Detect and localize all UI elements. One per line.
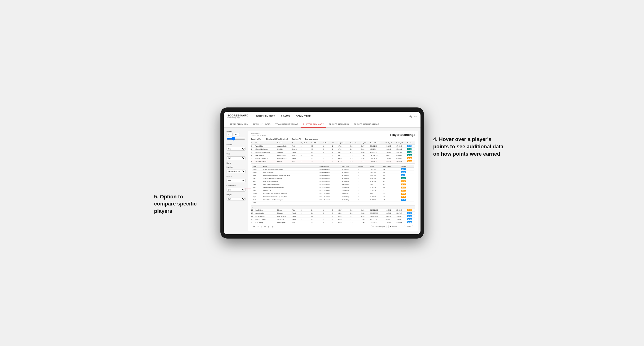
logo-area: SCOREBOARD Powered by clippi	[228, 114, 248, 119]
tooltip-points-badge[interactable]: 46.7	[401, 174, 405, 176]
points-badge[interactable]: 76.2	[407, 148, 412, 150]
watch-btn[interactable]: 👁 Watch	[388, 225, 398, 228]
th-avg-sg: Avg SG	[361, 142, 370, 145]
table-row: 24 Bastien Amat New Mexico Fourth 1 27 2…	[251, 215, 415, 218]
tooltip-points-badge[interactable]: 25.98	[401, 193, 406, 195]
tooltip-th-w-points: W Points	[400, 165, 414, 168]
tooltip-th-status: Status	[370, 165, 383, 168]
sub-nav: TEAM SUMMARY TEAM H2H GRID TEAM H2H HEAT…	[224, 121, 420, 128]
points-badge[interactable]: 88.2	[407, 145, 412, 147]
filter-row: Gender: Men Division: NCAA Division I Re…	[251, 138, 415, 140]
update-time-label: Update time:	[251, 133, 266, 135]
subnav-player-summary[interactable]: PLAYER SUMMARY	[300, 121, 326, 128]
th-conf-rank: Conf Rank	[311, 142, 322, 145]
table-row: 3 Michael Thorbjornsen Stanford Fourth 1…	[251, 151, 415, 154]
sidebar-division-select[interactable]: NCAA Division I	[226, 170, 246, 173]
table-row: 23 Jack Lundin Missouri Fourth 11 24 0 0…	[251, 212, 415, 215]
points-badge[interactable]: 68.94	[407, 154, 412, 156]
update-time-block: Update time: 27/01/2024 16:56:26	[251, 133, 266, 136]
copy-icon[interactable]: ⧉	[264, 225, 266, 228]
points-badge[interactable]: 40.27	[407, 212, 412, 214]
sidebar-player-select[interactable]: (All)	[226, 197, 246, 201]
th-avg-to-par: Avg to-Par	[349, 142, 361, 145]
main-content: No Rds. Gender Men	[224, 128, 420, 234]
th-yr: Yr	[291, 142, 300, 145]
table-row: 22 Ian Gilligan Florida Third 10 24 1 0 …	[251, 208, 415, 212]
share-btn[interactable]: ⤴ Share	[404, 225, 413, 228]
redo-icon[interactable]: ↪	[257, 226, 259, 228]
view-original-btn[interactable]: 👁 View: Original	[371, 225, 386, 228]
tablet-screen: SCOREBOARD Powered by clippi TOURNAMENTS…	[224, 112, 420, 234]
sidebar-niche: Niche	[226, 162, 246, 164]
tooltip-th-event-div: Event Division	[319, 165, 341, 168]
tooltip-points-badge[interactable]: 37.57	[401, 180, 406, 182]
panel-header: Update time: 27/01/2024 16:56:26 Player …	[251, 133, 415, 137]
table-row: 26 Petr Hruby Washington Fifth 7 23 0 0 …	[251, 221, 415, 224]
subnav-team-summary[interactable]: TEAM SUMMARY	[228, 121, 251, 127]
tooltip-points-badge[interactable]: 56.18	[401, 196, 406, 198]
tooltip-data-row: Mattl Mirabel Maui Jim Intercollegiate N…	[252, 198, 414, 201]
clock-icon[interactable]: ⏱	[272, 226, 274, 228]
download-icon[interactable]: ⬇	[400, 226, 402, 228]
table-row: 2 Michael La Sasso Ole Miss Second 1 18 …	[251, 148, 415, 151]
no-rds-to-input[interactable]	[234, 133, 240, 136]
watch-icon: 👁	[390, 226, 392, 227]
no-rds-from-input[interactable]	[226, 133, 233, 136]
panel-title: Player Standings	[390, 133, 415, 137]
points-badge[interactable]: 39.95	[407, 218, 412, 220]
nav-committee[interactable]: COMMITTEE	[296, 115, 311, 118]
sidebar-year-select[interactable]: (All)	[226, 156, 246, 160]
subnav-team-h2h-heatmap[interactable]: TEAM H2H HEATMAP	[273, 121, 300, 127]
tooltip-points-badge[interactable]: 46.40	[401, 199, 406, 201]
th-school: School	[277, 142, 291, 145]
logo-sub: Powered by clippi	[228, 117, 248, 119]
tooltip-popup: Player Event Event Division Event Type R…	[251, 164, 415, 206]
tooltip-th-rounds: Rounds	[358, 165, 370, 168]
sign-out-link[interactable]: Sign out	[409, 115, 416, 118]
th-player: Player	[255, 142, 276, 145]
th-adj-score: Adj. Score	[338, 142, 349, 145]
tooltip-points-badge[interactable]: 53.60	[401, 171, 406, 173]
points-badge[interactable]: 38.49	[407, 221, 412, 223]
points-badge[interactable]: 48.58	[407, 209, 412, 211]
points-badge[interactable]: 40.02	[407, 215, 412, 217]
view-icon: 👁	[372, 226, 374, 227]
tooltip-th-event-type: Event Type	[341, 165, 358, 168]
sidebar-division-label: Division	[226, 166, 246, 168]
subnav-player-h2h-heatmap[interactable]: PLAYER H2H HEATMAP	[352, 121, 382, 127]
sidebar: No Rds. Gender Men	[226, 131, 246, 231]
sidebar-gender-select[interactable]: Men	[226, 147, 246, 151]
tooltip-points-badge[interactable]: 24.11	[401, 183, 406, 185]
points-badge-highlighted[interactable]: 58.18	[407, 160, 412, 162]
nav-tournaments[interactable]: TOURNAMENTS	[256, 115, 275, 118]
subnav-team-h2h-grid[interactable]: TEAM H2H GRID	[250, 121, 273, 127]
sidebar-region-select[interactable]: N/A	[226, 179, 246, 182]
points-badge[interactable]: 60.49	[407, 157, 412, 159]
no-rds-slider[interactable]	[226, 137, 246, 141]
tooltip-points-badge[interactable]: 30.47	[401, 190, 406, 191]
sidebar-no-rds: No Rds.	[226, 131, 246, 142]
subnav-player-h2h-grid[interactable]: PLAYER H2H GRID	[326, 121, 352, 127]
tooltip-data-row: Bren Wake Forest Invitational at Pinehur…	[252, 174, 414, 177]
th-points: Points	[406, 142, 415, 145]
center-panel: Update time: 27/01/2024 16:56:26 Player …	[248, 131, 418, 231]
sidebar-gender-label: Gender	[226, 144, 246, 146]
refresh-icon[interactable]: ⟳	[261, 226, 262, 228]
sidebar-gender: Gender Men	[226, 144, 246, 151]
sidebar-region: Region N/A	[226, 175, 246, 182]
undo-icon[interactable]: ↩	[253, 226, 255, 228]
nav-teams[interactable]: TEAMS	[281, 115, 290, 118]
tooltip-points-badge[interactable]: 22.64	[401, 168, 406, 170]
tooltip-data-row: Tochi	[252, 201, 414, 204]
tooltip-data-row: Marc Amer An Intercollegiate NCAA Divisi…	[252, 180, 414, 183]
sidebar-niche-label: Niche	[226, 162, 246, 164]
tooltip-data-row: Luke I SEC Match Play hosted by Jerry Pa…	[252, 192, 414, 195]
tooltip-row: Player Event Event Division Event Type R…	[251, 163, 415, 206]
nav-items: TOURNAMENTS TEAMS COMMITTEE	[256, 115, 409, 118]
sidebar-player-label: Player	[226, 194, 246, 195]
grid-icon[interactable]: ⊞	[268, 226, 270, 228]
tooltip-points-badge[interactable]: 16.50	[401, 186, 406, 188]
tooltip-points-badge[interactable]: 73.33	[401, 177, 406, 179]
share-icon: ⤴	[405, 226, 406, 227]
points-badge[interactable]: 70.2	[407, 151, 412, 153]
